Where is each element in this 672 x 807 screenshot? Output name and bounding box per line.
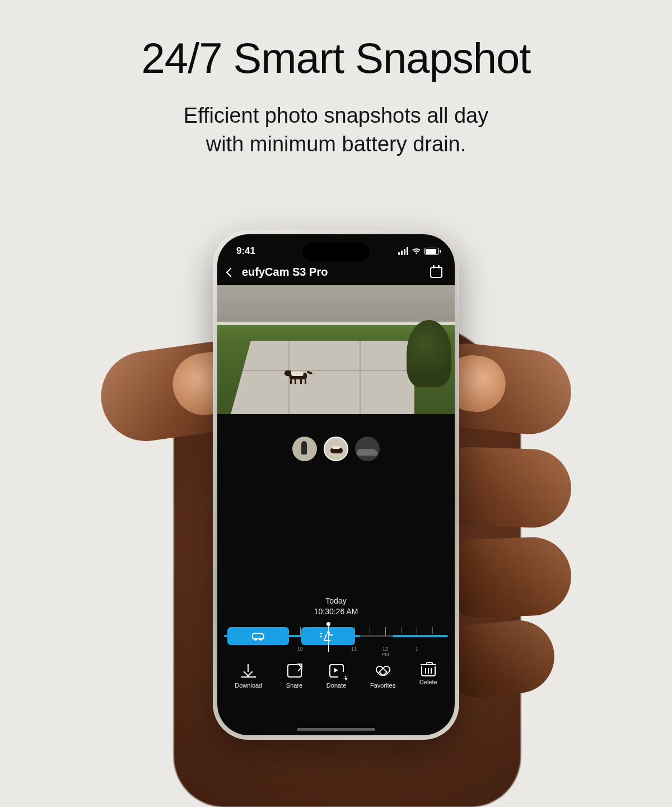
marketing-headline: 24/7 Smart Snapshot <box>0 0 672 82</box>
subhead-line1: Efficient photo snapshots all day <box>184 104 488 127</box>
thumbnail-person[interactable] <box>292 437 317 461</box>
calendar-icon[interactable] <box>430 267 442 278</box>
timestamp-label: Today 10:30:26 AM <box>217 596 455 617</box>
tick-label: 10 <box>297 646 303 652</box>
share-button[interactable]: Share <box>286 664 302 689</box>
donate-icon <box>329 664 344 678</box>
snapshot-thumbnails <box>217 414 455 461</box>
share-label: Share <box>286 682 302 689</box>
phone-frame: 9:41 eufyCam S3 Pro <box>213 230 459 740</box>
delete-label: Delete <box>419 679 437 685</box>
donate-label: Donate <box>326 682 346 689</box>
tick-label: 11 <box>351 646 357 652</box>
dynamic-island <box>302 243 370 261</box>
donate-button[interactable]: Donate <box>326 664 346 689</box>
download-label: Download <box>235 682 262 689</box>
download-button[interactable]: Download <box>235 664 262 689</box>
share-icon <box>287 664 302 678</box>
battery-icon <box>424 248 439 255</box>
tick-label: 12 <box>382 646 388 652</box>
car-icon <box>252 633 264 639</box>
favorites-label: Favorites <box>370 682 395 689</box>
marketing-subhead: Efficient photo snapshots all day with m… <box>0 101 672 159</box>
signal-icon <box>398 247 408 255</box>
tick-label: 1 <box>415 646 418 652</box>
status-time: 9:41 <box>236 245 255 257</box>
timeline[interactable]: 10 11 12 PM 1 <box>217 620 455 654</box>
thumbnail-vehicle[interactable] <box>355 437 380 461</box>
download-icon <box>241 664 256 678</box>
subhead-line2: with minimum battery drain. <box>206 132 466 156</box>
event-vehicle[interactable] <box>227 627 289 645</box>
phone-screen: 9:41 eufyCam S3 Pro <box>217 234 455 735</box>
home-indicator[interactable] <box>297 728 375 731</box>
timestamp-time: 10:30:26 AM <box>217 606 455 617</box>
favorites-button[interactable]: Favorites <box>370 664 395 689</box>
thumbnail-pet[interactable] <box>324 437 348 461</box>
timestamp-day: Today <box>217 596 455 606</box>
timeline-playhead[interactable] <box>328 624 329 652</box>
detected-pet <box>284 369 312 384</box>
wifi-icon <box>412 248 421 255</box>
pm-label: PM <box>381 652 389 657</box>
camera-snapshot[interactable] <box>217 285 455 414</box>
heart-icon <box>376 664 390 678</box>
camera-title: eufyCam S3 Pro <box>242 266 328 279</box>
back-icon[interactable] <box>226 267 236 277</box>
action-bar: Download Share Donate Favorites Delete <box>217 654 455 689</box>
trash-icon <box>421 666 436 676</box>
delete-button[interactable]: Delete <box>419 664 437 689</box>
